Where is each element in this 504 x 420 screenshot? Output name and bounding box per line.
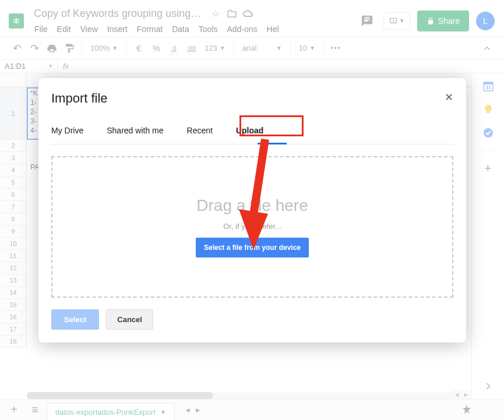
import-file-dialog: Import file ✕ My Drive Shared with me Re… — [38, 78, 466, 343]
dialog-title: Import file — [51, 91, 453, 106]
close-icon[interactable]: ✕ — [445, 91, 453, 104]
cancel-button[interactable]: Cancel — [106, 309, 153, 330]
or-prompt: Or, if you prefer... — [223, 222, 281, 231]
tab-my-drive[interactable]: My Drive — [51, 122, 83, 139]
active-tab-indicator — [258, 143, 287, 144]
select-file-button[interactable]: Select a file from your device — [196, 238, 309, 257]
tab-recent[interactable]: Recent — [187, 122, 213, 139]
dialog-tabs: My Drive Shared with me Recent Upload — [51, 122, 453, 144]
upload-dropzone[interactable]: Drag a file here Or, if you prefer... Se… — [51, 156, 453, 298]
select-button[interactable]: Select — [51, 309, 99, 330]
tab-shared[interactable]: Shared with me — [107, 122, 163, 139]
drag-prompt: Drag a file here — [196, 196, 308, 215]
tab-upload[interactable]: Upload — [236, 122, 263, 139]
